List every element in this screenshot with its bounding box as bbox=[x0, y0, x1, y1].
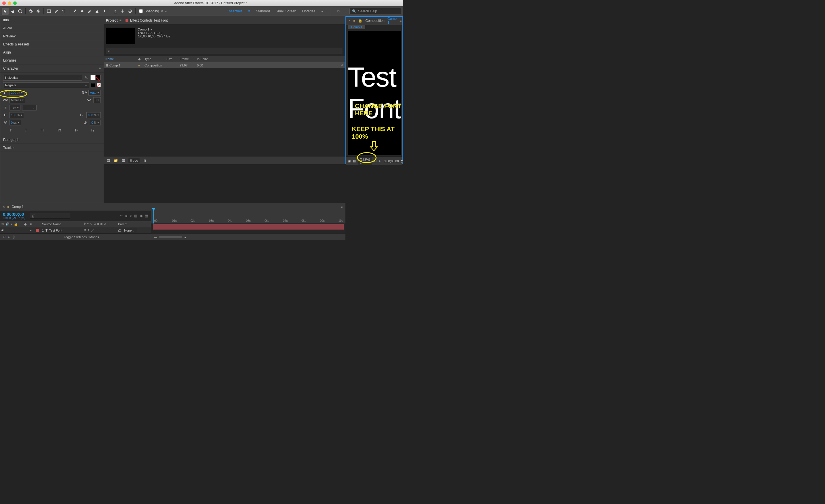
frame-blend-icon[interactable]: ▥ bbox=[134, 214, 137, 218]
pen-tool[interactable] bbox=[53, 8, 60, 15]
col-type[interactable]: Type bbox=[145, 57, 165, 61]
zoom-slider[interactable] bbox=[159, 236, 182, 238]
font-size-field[interactable]: 200 px ▼ bbox=[9, 90, 24, 95]
font-style-dropdown[interactable]: Regular⌄ bbox=[3, 82, 89, 88]
parent-pickwhip-icon[interactable]: @ bbox=[118, 229, 121, 232]
character-menu-icon[interactable]: ≡ bbox=[99, 67, 101, 71]
workspace-standard[interactable]: Standard bbox=[256, 9, 270, 13]
workspace-essentials[interactable]: Essentials bbox=[227, 9, 242, 13]
composition-stage[interactable]: Test Font bbox=[348, 31, 401, 155]
pan-behind-tool[interactable] bbox=[35, 8, 42, 15]
composition-viewer[interactable]: Test Font KEEP THIS AT 100% CHANGE FONT … bbox=[349, 31, 399, 155]
zoom-tool[interactable] bbox=[17, 8, 23, 15]
layer-duration-bar[interactable] bbox=[153, 224, 344, 230]
tracking-field[interactable]: 0 ▼ bbox=[93, 97, 101, 103]
stroke-width-field[interactable]: - px ▼ bbox=[9, 105, 20, 110]
col-size[interactable]: Size bbox=[166, 57, 178, 61]
playhead[interactable] bbox=[153, 211, 154, 224]
shy-icon[interactable]: ⟐ bbox=[130, 214, 132, 218]
traffic-lights[interactable] bbox=[2, 1, 17, 5]
viewer-timecode[interactable]: 0;00;00;00 bbox=[384, 159, 399, 163]
flowchart-icon[interactable]: ᔑ bbox=[341, 63, 344, 67]
timeline-footer-icon-1[interactable]: ⊞ bbox=[3, 235, 5, 239]
workspace-overflow-icon[interactable]: » bbox=[321, 9, 323, 13]
faux-italic-button[interactable]: T bbox=[25, 128, 27, 132]
essentials-menu-icon[interactable]: ≡ bbox=[248, 9, 250, 13]
toggle-mask-icon[interactable]: ⊕ bbox=[379, 159, 381, 163]
rectangle-tool[interactable] bbox=[46, 8, 52, 15]
close-tab-icon[interactable]: × bbox=[348, 19, 350, 23]
snapping-options-icon[interactable]: ⚙ bbox=[161, 10, 163, 13]
snapping-checkbox[interactable] bbox=[139, 9, 143, 13]
world-axis-tool[interactable] bbox=[119, 8, 126, 15]
panel-audio[interactable]: Audio bbox=[0, 24, 104, 32]
type-tool[interactable] bbox=[61, 8, 67, 15]
workspace-panel-options-icon[interactable]: ⧉ bbox=[337, 9, 340, 13]
panel-align[interactable]: Align bbox=[0, 48, 104, 56]
comp-subtab[interactable]: Comp 1 bbox=[348, 25, 365, 29]
close-timeline-tab-icon[interactable]: × bbox=[3, 205, 5, 209]
all-caps-button[interactable]: TT bbox=[40, 128, 44, 132]
time-ruler[interactable]: :00f 01s 02s 03s 04s 05s 06s 07s 08s 09s… bbox=[151, 211, 346, 224]
layer-switch-normal-icon[interactable]: ✽ bbox=[83, 228, 86, 233]
composition-panel-menu-icon[interactable]: ≡ bbox=[399, 19, 401, 23]
superscript-button[interactable]: T¹ bbox=[74, 128, 77, 132]
timeline-right[interactable]: :00f 01s 02s 03s 04s 05s 06s 07s 08s 09s… bbox=[151, 211, 346, 240]
snap-align-icon[interactable]: ⟐ bbox=[165, 9, 167, 13]
source-name-column[interactable]: Source Name bbox=[42, 222, 82, 226]
transparency-grid-icon[interactable]: ▦ bbox=[353, 159, 356, 163]
eraser-tool[interactable] bbox=[86, 8, 93, 15]
toggle-switches-modes[interactable]: Toggle Switches / Modes bbox=[64, 235, 99, 239]
col-label-icon[interactable]: ◆ bbox=[138, 57, 143, 61]
panel-info[interactable]: Info bbox=[0, 16, 104, 24]
always-preview-icon[interactable]: ▣ bbox=[348, 159, 351, 163]
timeline-zoom-bar[interactable]: — ▲ bbox=[151, 234, 346, 240]
swap-colors-icon[interactable] bbox=[91, 83, 95, 87]
leading-field[interactable]: Auto ▼ bbox=[88, 90, 101, 95]
eyedropper-icon[interactable]: ✎ bbox=[84, 75, 89, 80]
tab-effect-controls[interactable]: Effect Controls Test Font bbox=[126, 18, 168, 22]
interpret-footage-icon[interactable]: ▤ bbox=[106, 158, 110, 163]
no-fill-icon[interactable] bbox=[97, 83, 101, 87]
timeline-tracks[interactable] bbox=[151, 224, 346, 234]
local-axis-tool[interactable] bbox=[112, 8, 119, 15]
project-item-row[interactable]: ▦Comp 1 ■ Composition 29.97 0;00ᔑ bbox=[104, 62, 345, 69]
panel-effects[interactable]: Effects & Presets bbox=[0, 40, 104, 48]
zoom-in-icon[interactable]: ▲ bbox=[184, 235, 187, 239]
roto-brush-tool[interactable] bbox=[93, 8, 100, 15]
text-layer-render[interactable]: Test Font bbox=[348, 61, 401, 124]
snapping-toggle[interactable]: Snapping ⚙ ⟐ bbox=[139, 9, 167, 13]
layer-color-icon[interactable] bbox=[36, 229, 39, 232]
timeline-footer-icon-3[interactable]: {} bbox=[13, 235, 15, 239]
timeline-tab-comp[interactable]: Comp 1 bbox=[11, 205, 23, 209]
comp-thumbnail[interactable] bbox=[106, 28, 135, 44]
lock-icon[interactable]: 🔒 bbox=[358, 19, 362, 23]
small-caps-button[interactable]: Tᴛ bbox=[57, 128, 61, 132]
font-family-dropdown[interactable]: Helvetica⌄ bbox=[3, 75, 82, 81]
comp-mini-flowchart-icon[interactable]: ⤳ bbox=[120, 214, 123, 218]
panel-tracker[interactable]: Tracker bbox=[0, 144, 104, 152]
zoom-dropdown[interactable]: (122%) ⌄ bbox=[358, 157, 372, 165]
timeline-search-input[interactable]: 𝒪⃯ bbox=[30, 213, 70, 219]
trash-icon[interactable]: 🗑 bbox=[143, 158, 147, 163]
brush-tool[interactable] bbox=[71, 8, 78, 15]
tsume-field[interactable]: 0 % ▼ bbox=[90, 120, 101, 125]
parent-column[interactable]: Parent bbox=[118, 222, 150, 226]
snapshot-icon[interactable]: 📷 bbox=[401, 159, 403, 163]
new-comp-icon[interactable]: ▦ bbox=[121, 158, 126, 163]
fill-color-swatch[interactable] bbox=[90, 75, 95, 80]
orbit-camera-tool[interactable] bbox=[27, 8, 34, 15]
puppet-pin-tool[interactable] bbox=[101, 8, 108, 15]
panel-preview[interactable]: Preview bbox=[0, 32, 104, 40]
number-column-icon[interactable]: # bbox=[30, 222, 34, 226]
view-axis-tool[interactable] bbox=[127, 8, 134, 15]
workspace-libraries[interactable]: Libraries bbox=[302, 9, 315, 13]
current-timecode[interactable]: 0;00;00;00 bbox=[3, 212, 25, 217]
zoom-window-icon[interactable] bbox=[13, 1, 17, 5]
graph-editor-icon[interactable]: ▦ bbox=[145, 214, 148, 218]
timeline-panel-menu-icon[interactable]: ≡ bbox=[341, 205, 343, 209]
stroke-style-dropdown[interactable]: -⌄ bbox=[22, 105, 36, 110]
comp-header-dropdown-icon[interactable]: ▼ bbox=[150, 28, 152, 31]
timeline-footer-icon-2[interactable]: ⊕ bbox=[8, 235, 10, 239]
horizontal-scale-field[interactable]: 100 % ▼ bbox=[86, 112, 101, 118]
